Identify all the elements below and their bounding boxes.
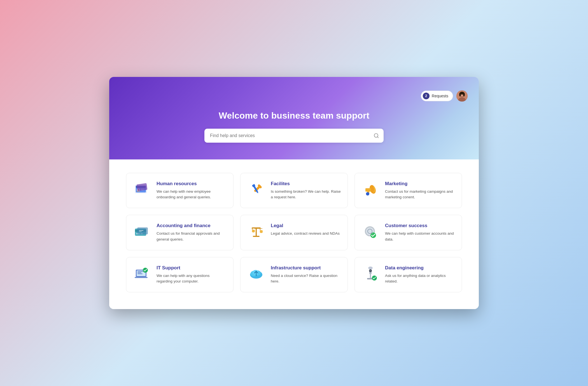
card-content-marketing: Marketing Contact us for marketing campa… [385, 181, 455, 200]
top-bar: 2 Requests [120, 90, 468, 102]
card-desc-customer-success: We can help with customer accounts and d… [385, 231, 455, 242]
card-content-legal: Legal Legal advice, contract reviews and… [271, 223, 340, 236]
card-icon-accounting [133, 223, 151, 241]
hero-title: Welcome to business team support [120, 110, 468, 121]
card-title-accounting: Accounting and finance [157, 223, 227, 229]
svg-point-66 [370, 270, 370, 270]
card-title-infrastructure: Infrastructure support [271, 265, 341, 271]
card-content-facilities: Facilites Is something broken? We can he… [271, 181, 341, 200]
card-accounting[interactable]: Accounting and finance Contact us for fi… [126, 215, 234, 250]
card-icon-hr [133, 181, 151, 199]
card-icon-it [133, 265, 151, 283]
card-title-legal: Legal [271, 223, 340, 229]
card-content-data: Data engineering Ask us for anything dat… [385, 265, 455, 284]
card-content-accounting: Accounting and finance Contact us for fi… [157, 223, 227, 242]
cards-area: Human resources We can help with new emp… [109, 159, 479, 309]
card-marketing[interactable]: Marketing Contact us for marketing campa… [354, 173, 462, 208]
card-infrastructure[interactable]: Infrastructure support Need a cloud serv… [240, 257, 348, 293]
card-legal[interactable]: Legal Legal advice, contract reviews and… [240, 215, 348, 250]
svg-rect-34 [256, 227, 257, 236]
card-customer-success[interactable]: Customer success We can help with custom… [354, 215, 462, 250]
card-icon-data [361, 265, 379, 283]
card-content-hr: Human resources We can help with new emp… [157, 181, 227, 200]
card-content-it: IT Support We can help with any question… [157, 265, 227, 284]
card-icon-cloud [247, 265, 265, 283]
requests-button[interactable]: 2 Requests [421, 91, 453, 101]
hero-section: 2 Requests Welcome to business team supp… [109, 77, 479, 159]
card-desc-accounting: Contact us for financial approvals and g… [157, 231, 227, 242]
svg-rect-53 [135, 277, 148, 278]
card-human-resources[interactable]: Human resources We can help with new emp… [126, 173, 234, 208]
svg-rect-24 [365, 188, 371, 192]
requests-label: Requests [432, 94, 448, 98]
card-desc-it: We can help with any questions regarding… [157, 273, 227, 284]
card-icon-customer-success [361, 223, 379, 241]
card-desc-marketing: Contact us for marketing campaigns and m… [385, 189, 455, 200]
svg-rect-51 [137, 272, 141, 273]
card-title-hr: Human resources [157, 181, 227, 187]
svg-point-26 [366, 192, 369, 196]
card-desc-legal: Legal advice, contract reviews and NDAs [271, 231, 340, 236]
card-icon-legal [247, 223, 265, 241]
svg-rect-35 [253, 236, 260, 237]
card-title-it: IT Support [157, 265, 227, 271]
requests-badge: 2 [423, 93, 430, 99]
svg-point-60 [368, 267, 373, 269]
svg-rect-17 [137, 183, 148, 191]
card-content-customer-success: Customer success We can help with custom… [385, 223, 455, 242]
main-window: 2 Requests Welcome to business team supp… [109, 77, 479, 309]
cards-grid: Human resources We can help with new emp… [126, 173, 462, 293]
search-bar-container [204, 129, 384, 143]
card-desc-data: Ask us for anything data or analytics re… [385, 273, 455, 284]
svg-rect-52 [137, 274, 143, 274]
card-icon-marketing [361, 181, 379, 199]
avatar-image [456, 90, 468, 102]
svg-line-8 [377, 137, 379, 138]
card-desc-infrastructure: Need a cloud service? Raise a question h… [271, 273, 341, 284]
user-avatar[interactable] [456, 90, 468, 102]
svg-rect-33 [139, 231, 142, 232]
card-title-data: Data engineering [385, 265, 455, 271]
card-desc-hr: We can help with new employee onboarding… [157, 189, 227, 200]
svg-point-6 [463, 93, 465, 96]
card-data-engineering[interactable]: Data engineering Ask us for anything dat… [354, 257, 462, 293]
card-title-facilities: Facilites [271, 181, 341, 187]
card-content-infrastructure: Infrastructure support Need a cloud serv… [271, 265, 341, 284]
search-input[interactable] [204, 129, 384, 143]
search-icon [374, 133, 379, 138]
card-facilities[interactable]: Facilites Is something broken? We can he… [240, 173, 348, 208]
svg-rect-62 [370, 274, 371, 278]
card-title-marketing: Marketing [385, 181, 455, 187]
svg-point-5 [459, 93, 461, 96]
svg-rect-32 [139, 230, 143, 231]
card-icon-facilities [247, 181, 265, 199]
card-it-support[interactable]: IT Support We can help with any question… [126, 257, 234, 293]
card-title-customer-success: Customer success [385, 223, 455, 229]
svg-rect-31 [137, 227, 148, 234]
svg-rect-50 [137, 271, 143, 272]
card-desc-facilities: Is something broken? We can help. Raise … [271, 189, 341, 200]
